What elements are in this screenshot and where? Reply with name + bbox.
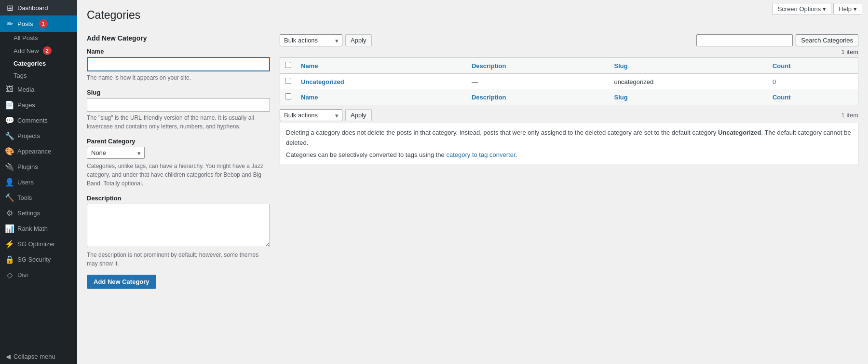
sidebar-item-tools[interactable]: 🔨 Tools (0, 190, 77, 205)
category-tag-converter-link[interactable]: category to tag converter (446, 151, 515, 158)
sidebar-item-dashboard[interactable]: ⊞ Dashboard (0, 0, 77, 15)
apply-bottom-button[interactable]: Apply (345, 109, 372, 121)
sidebar-item-tags[interactable]: Tags (0, 70, 77, 82)
search-categories-button[interactable]: Search Categories (796, 34, 858, 46)
sidebar-item-categories[interactable]: Categories (0, 57, 77, 70)
description-hint: The description is not prominent by defa… (87, 251, 270, 268)
appearance-icon: 🎨 (6, 147, 14, 155)
sidebar-item-media[interactable]: 🖼 Media (0, 82, 77, 97)
screen-options-label: Screen Options (778, 5, 821, 13)
apply-top-button[interactable]: Apply (345, 34, 372, 46)
sidebar-item-label: SG Security (17, 256, 51, 263)
row-checkbox[interactable] (285, 78, 291, 84)
row-count-link[interactable]: 0 (773, 78, 776, 85)
table-header-description[interactable]: Description (467, 58, 610, 74)
collapse-icon: ◀ (6, 353, 11, 360)
slug-label: Slug (87, 89, 270, 96)
slug-hint: The "slug" is the URL-friendly version o… (87, 113, 270, 131)
sidebar-item-all-posts[interactable]: All Posts (0, 32, 77, 44)
screen-options-button[interactable]: Screen Options ▾ (773, 3, 832, 15)
topbar: Screen Options ▾ Help ▾ (767, 0, 868, 18)
row-slug: uncategorized (610, 74, 768, 90)
name-label: Name (87, 48, 270, 55)
sidebar-item-users[interactable]: 👤 Users (0, 174, 77, 190)
name-input[interactable] (87, 57, 270, 71)
sidebar-item-projects[interactable]: 🔧 Projects (0, 128, 77, 143)
table-header-name[interactable]: Name (296, 58, 467, 74)
rank-math-icon: 📊 (6, 224, 14, 232)
table-header-slug[interactable]: Slug (610, 58, 768, 74)
table-footer-description[interactable]: Description (467, 89, 610, 105)
table-footer-count[interactable]: Count (768, 89, 858, 105)
table-footer-slug[interactable]: Slug (610, 89, 768, 105)
sidebar-item-divi[interactable]: ◇ Divi (0, 267, 77, 282)
bulk-actions-top-select[interactable]: Bulk actions (280, 34, 342, 46)
description-field-group: Description The description is not promi… (87, 195, 270, 268)
sidebar-item-label: Settings (17, 210, 40, 217)
posts-icon: ✏ (6, 20, 14, 28)
table-footer-name[interactable]: Name (296, 89, 467, 105)
sidebar-item-pages[interactable]: 📄 Pages (0, 97, 77, 112)
notice-paragraph-2: Categories can be selectively converted … (286, 150, 852, 160)
sidebar-item-label: Tools (17, 194, 32, 201)
sidebar-item-sg-security[interactable]: 🔒 SG Security (0, 252, 77, 267)
projects-icon: 🔧 (6, 132, 14, 140)
add-new-badge: 2 (43, 46, 52, 55)
category-name-link[interactable]: Uncategorized (301, 78, 344, 85)
bulk-actions-bottom-select[interactable]: Bulk actions (280, 109, 342, 121)
sg-optimizer-icon: ⚡ (6, 240, 14, 248)
categories-table-panel: Bulk actions Apply Search Categories 1 i… (280, 34, 858, 289)
add-new-category-form: Add New Category Name The name is how it… (87, 34, 270, 289)
bulk-actions-top-wrapper: Bulk actions (280, 34, 342, 46)
bottom-item-count: 1 item (841, 112, 858, 119)
collapse-label: Collapse menu (14, 353, 55, 360)
sidebar-item-appearance[interactable]: 🎨 Appearance (0, 143, 77, 159)
parent-label: Parent Category (87, 138, 270, 145)
dashboard-icon: ⊞ (6, 4, 14, 12)
sidebar-item-rank-math[interactable]: 📊 Rank Math (0, 221, 77, 236)
top-toolbar-left: Bulk actions Apply (280, 34, 372, 46)
sidebar-item-label: SG Optimizer (17, 240, 55, 248)
settings-icon: ⚙ (6, 209, 14, 217)
bottom-toolbar-row: Bulk actions Apply 1 item (280, 109, 858, 121)
pages-icon: 📄 (6, 101, 14, 109)
page-title: Categories (87, 9, 858, 22)
row-description: — (467, 74, 610, 90)
categories-table: Name Description Slug Count Uncategorize… (280, 57, 858, 105)
parent-category-select[interactable]: None (87, 147, 145, 159)
select-all-checkbox-bottom[interactable] (285, 93, 291, 99)
sidebar-item-plugins[interactable]: 🔌 Plugins (0, 159, 77, 174)
sidebar-item-posts[interactable]: ✏ Posts 1 (0, 15, 77, 32)
table-footer-checkbox (280, 89, 297, 105)
sidebar-item-label: Rank Math (17, 225, 48, 232)
table-header-count[interactable]: Count (768, 58, 858, 74)
sidebar-item-label: Appearance (17, 148, 51, 155)
table-row: Uncategorized — uncategorized 0 (280, 74, 858, 90)
table-body: Uncategorized — uncategorized 0 (280, 74, 858, 90)
slug-input[interactable] (87, 98, 270, 112)
sidebar-item-sg-optimizer[interactable]: ⚡ SG Optimizer (0, 236, 77, 252)
sidebar-item-label: Posts (17, 20, 33, 28)
help-chevron-icon: ▾ (854, 5, 857, 13)
bulk-actions-bottom-wrapper: Bulk actions (280, 109, 342, 121)
sidebar-item-comments[interactable]: 💬 Comments (0, 112, 77, 128)
name-hint: The name is how it appears on your site. (87, 73, 270, 82)
help-button[interactable]: Help ▾ (833, 3, 862, 15)
top-item-count: 1 item (280, 48, 858, 56)
sidebar-item-add-new[interactable]: Add New 2 (0, 44, 77, 57)
parent-hint: Categories, unlike tags, can have a hier… (87, 162, 270, 188)
name-field-group: Name The name is how it appears on your … (87, 48, 270, 82)
search-categories-input[interactable] (696, 34, 793, 46)
collapse-menu-button[interactable]: ◀ Collapse menu (0, 349, 77, 364)
description-label: Description (87, 195, 270, 202)
content-layout: Add New Category Name The name is how it… (87, 34, 858, 289)
add-new-category-button[interactable]: Add New Category (87, 275, 156, 289)
sidebar-item-label: Divi (17, 271, 28, 279)
help-label: Help (839, 5, 852, 13)
users-icon: 👤 (6, 178, 14, 186)
select-all-checkbox-top[interactable] (285, 62, 291, 68)
comments-icon: 💬 (6, 116, 14, 124)
sidebar-item-settings[interactable]: ⚙ Settings (0, 205, 77, 221)
description-textarea[interactable] (87, 204, 270, 247)
slug-field-group: Slug The "slug" is the URL-friendly vers… (87, 89, 270, 131)
